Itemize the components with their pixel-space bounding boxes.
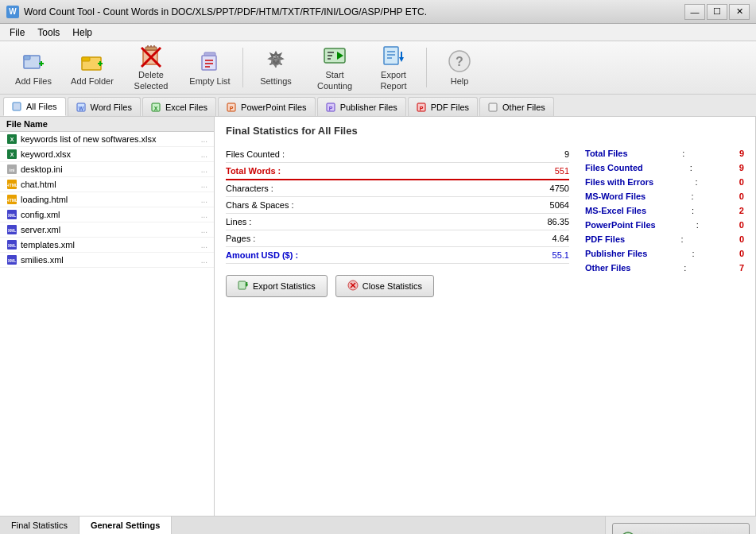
html-file-icon: HTML (6, 179, 17, 190)
maximize-button[interactable]: ☐ (707, 4, 727, 20)
tab-powerpoint-files[interactable]: P PowerPoint Files (218, 97, 316, 116)
svg-text:P: P (419, 106, 423, 111)
tab-pdf-files-label: PDF Files (431, 103, 469, 112)
stats-total-files: Total Files : 9 (585, 146, 744, 161)
file-name: chat.html (21, 180, 198, 189)
start-counting-icon (322, 44, 347, 68)
start-counting-label: Start Counting (310, 70, 359, 91)
svg-rect-65 (238, 281, 246, 289)
export-statistics-button[interactable]: Export Statistics (226, 275, 328, 297)
svg-text:X: X (10, 137, 14, 142)
delete-selected-button[interactable]: Delete Selected (122, 44, 180, 91)
export-report-label: Export Report (369, 70, 418, 91)
stats-row-chars-spaces: Chars & Spaces : 5064 (226, 197, 569, 214)
excel-tab-icon: X (151, 102, 162, 113)
empty-list-button[interactable]: Empty List (181, 44, 238, 91)
svg-rect-11 (145, 47, 157, 50)
file-name: desktop.ini (21, 164, 198, 174)
ini-file-icon: ini (6, 164, 17, 175)
svg-rect-35 (13, 103, 21, 110)
svg-text:P: P (230, 106, 234, 111)
svg-rect-5 (82, 57, 90, 61)
start-counting-button[interactable]: Start Counting (306, 44, 363, 91)
menu-tools[interactable]: Tools (31, 25, 66, 40)
stats-row-files-counted: Files Counted : 9 (226, 146, 569, 163)
stats-row-total-words: Total Words : 551 (226, 163, 569, 180)
list-item[interactable]: XML config.xml ... (0, 207, 214, 222)
list-item[interactable]: XML templates.xml ... (0, 238, 214, 253)
tab-excel-files[interactable]: X Excel Files (142, 97, 216, 116)
bottom-right-panel: Start Counting Report Cleaner Export Sta… (605, 517, 756, 534)
tab-pdf-files[interactable]: P PDF Files (408, 97, 478, 116)
bottom-section: Final Statistics General Settings Text A… (0, 516, 756, 534)
svg-marker-31 (399, 57, 404, 62)
tab-other-files[interactable]: Other Files (479, 97, 554, 116)
other-tab-icon (488, 102, 499, 113)
tab-general-settings[interactable]: General Settings (79, 517, 172, 534)
close-button[interactable]: ✕ (729, 4, 750, 20)
list-item[interactable]: ini desktop.ini ... (0, 162, 214, 177)
settings-icon (263, 48, 289, 74)
list-item[interactable]: XML server.xml ... (0, 222, 214, 238)
export-statistics-label: Export Statistics (253, 281, 316, 291)
add-files-icon (21, 48, 46, 74)
file-name: smilies.xml (21, 255, 198, 265)
menu-help[interactable]: Help (66, 25, 99, 40)
side-start-counting-button[interactable]: Start Counting (612, 523, 750, 534)
close-statistics-label: Close Statistics (362, 281, 422, 291)
app-icon: W (6, 6, 19, 18)
tab-publisher-files[interactable]: P Publisher Files (317, 97, 406, 116)
minimize-button[interactable]: — (684, 4, 705, 20)
export-report-button[interactable]: Export Report (365, 44, 422, 91)
stats-powerpoint-files: PowerPoint Files : 0 (585, 218, 744, 232)
delete-selected-label: Delete Selected (126, 70, 176, 91)
help-label: Help (451, 76, 469, 87)
list-item[interactable]: X keywords list of new softwares.xlsx ..… (0, 132, 214, 147)
settings-button[interactable]: Settings (247, 44, 304, 91)
delete-icon (138, 44, 164, 68)
close-statistics-button[interactable]: Close Statistics (335, 275, 434, 297)
statistics-right-panel: Total Files : 9 Files Counted : 9 Files … (585, 146, 744, 297)
help-button[interactable]: ? Help (431, 44, 488, 91)
stats-msexcel-files: MS-Excel Files : 2 (585, 203, 744, 218)
toolbar-separator-2 (426, 48, 427, 87)
xml-file-icon: XML (6, 224, 17, 235)
list-item[interactable]: X keyword.xlsx ... (0, 147, 214, 162)
statistics-grid: Files Counted : 9 Total Words : 551 Char… (226, 146, 744, 297)
add-files-label: Add Files (15, 76, 52, 87)
svg-text:XML: XML (8, 243, 17, 248)
stats-msword-files: MS-Word Files : 0 (585, 189, 744, 203)
tab-word-files[interactable]: W Word Files (68, 97, 141, 116)
statistics-title: Final Statistics for All Files (226, 125, 744, 137)
stats-files-counted: Files Counted : 9 (585, 161, 744, 175)
svg-text:XML: XML (8, 258, 17, 263)
excel-file-icon: X (6, 149, 17, 160)
statistics-left: Files Counted : 9 Total Words : 551 Char… (226, 146, 569, 297)
list-item[interactable]: XML smilies.xml ... (0, 253, 214, 268)
tab-final-statistics[interactable]: Final Statistics (0, 517, 79, 534)
add-folder-label: Add Folder (71, 76, 114, 87)
export-statistics-icon (238, 280, 249, 292)
svg-text:X: X (154, 106, 158, 111)
title-bar-buttons: — ☐ ✕ (684, 4, 750, 20)
html-file-icon: HTML (6, 194, 17, 205)
add-folder-icon (79, 48, 105, 74)
tab-all-files-label: All Files (26, 102, 57, 111)
word-tab-icon: W (76, 102, 87, 113)
tab-all-files[interactable]: All Files (3, 97, 66, 116)
add-files-button[interactable]: Add Files (5, 44, 62, 91)
svg-text:ini: ini (10, 168, 15, 172)
list-item[interactable]: HTML loading.html ... (0, 192, 214, 207)
help-icon: ? (447, 48, 472, 74)
statistics-panel: Final Statistics for All Files Files Cou… (215, 117, 756, 516)
xml-file-icon: XML (6, 254, 17, 265)
xml-file-icon: XML (6, 209, 17, 220)
svg-text:P: P (328, 106, 332, 111)
bottom-tabs: Final Statistics General Settings (0, 517, 605, 534)
list-item[interactable]: HTML chat.html ... (0, 177, 214, 192)
menu-file[interactable]: File (3, 25, 31, 40)
file-name: templates.xml (21, 240, 198, 250)
add-folder-button[interactable]: Add Folder (64, 44, 121, 91)
toolbar-separator-1 (242, 48, 243, 87)
tab-other-files-label: Other Files (502, 103, 545, 112)
